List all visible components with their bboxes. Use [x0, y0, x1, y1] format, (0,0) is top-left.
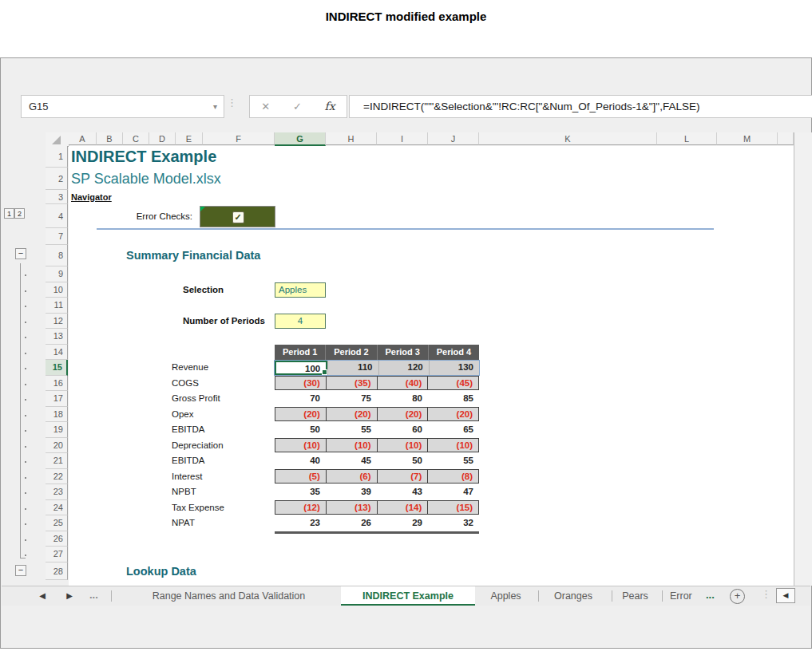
chevron-down-icon[interactable]: ▾	[213, 96, 217, 117]
cell[interactable]: 47	[428, 484, 479, 500]
row-header-16[interactable]: 16	[46, 376, 68, 392]
cell[interactable]: (10)	[427, 439, 478, 452]
outline-level-1-button[interactable]: 1	[4, 208, 14, 219]
cell[interactable]: (10)	[326, 439, 377, 452]
cell[interactable]: 110	[327, 361, 378, 376]
cell[interactable]: 85	[428, 391, 479, 407]
cell[interactable]: 23	[275, 515, 326, 531]
cancel-icon[interactable]: ✕	[261, 96, 270, 117]
row-header-28[interactable]: 28	[46, 562, 68, 580]
fill-handle[interactable]	[322, 369, 327, 375]
cell[interactable]: 35	[275, 484, 326, 500]
tab-scroll-left-icon[interactable]: ◀	[35, 586, 50, 606]
active-cell-G15[interactable]: 100	[275, 361, 327, 376]
row-header-21[interactable]: 21	[46, 453, 68, 469]
cell[interactable]: 60	[377, 422, 428, 438]
cell[interactable]: (20)	[326, 408, 377, 420]
periods-input[interactable]: 4	[275, 314, 326, 329]
cell[interactable]: 65	[428, 422, 479, 438]
cell[interactable]: 32	[428, 515, 479, 531]
row-header-14[interactable]: 14	[46, 345, 68, 361]
name-box[interactable]: G15 ▾	[21, 95, 224, 118]
cell[interactable]: (7)	[377, 470, 428, 483]
column-header-E[interactable]: E	[176, 132, 203, 145]
insert-function-icon[interactable]: fx	[325, 96, 335, 117]
cell[interactable]: 55	[326, 422, 377, 438]
more-tabs-dots[interactable]: ...	[89, 586, 98, 606]
row-header-2[interactable]: 2	[46, 168, 68, 190]
column-header-M[interactable]: M	[717, 132, 778, 145]
cell[interactable]: (15)	[427, 501, 478, 514]
cell[interactable]: (35)	[326, 377, 377, 389]
column-header-B[interactable]: B	[97, 132, 123, 145]
row-header-26[interactable]: 26	[46, 531, 68, 547]
row-header-10[interactable]: 10	[46, 282, 68, 298]
column-header-J[interactable]: J	[428, 132, 479, 145]
cell[interactable]: 39	[326, 484, 377, 500]
row-header-22[interactable]: 22	[46, 469, 68, 485]
group-collapse-button-row28[interactable]: −	[15, 565, 26, 576]
vertical-scrollbar[interactable]	[794, 132, 812, 586]
error-checks-indicator[interactable]: ✓	[200, 206, 275, 227]
row-header-19[interactable]: 19	[46, 422, 68, 438]
cell[interactable]: 130	[429, 361, 479, 376]
period-header-3[interactable]: Period 3	[378, 345, 429, 361]
row-header-9[interactable]: 9	[46, 266, 68, 282]
row-header-23[interactable]: 23	[46, 484, 68, 500]
outline-level-2-button[interactable]: 2	[14, 208, 25, 219]
cell[interactable]: 50	[275, 422, 326, 438]
cell[interactable]: 50	[377, 453, 428, 469]
cell[interactable]: 29	[377, 515, 428, 531]
worksheet-grid[interactable]: INDIRECT ExampleSP Scalable Model.xlsxNa…	[69, 146, 794, 586]
row-header-7[interactable]: 7	[46, 228, 68, 245]
cell[interactable]: (20)	[377, 408, 428, 420]
row-header-1[interactable]: 1	[46, 146, 68, 168]
sheet-tab-pears[interactable]: Pears	[610, 586, 660, 606]
row-header-4[interactable]: 4	[46, 204, 68, 228]
formula-input[interactable]: =INDIRECT("'"&Selection&"'!RC:RC["&Num_O…	[349, 95, 812, 118]
row-header-27[interactable]: 27	[46, 547, 68, 562]
row-header-3[interactable]: 3	[46, 190, 68, 204]
sheet-tab-indirect-example[interactable]: INDIRECT Example	[341, 586, 475, 606]
selection-input[interactable]: Apples	[275, 282, 326, 298]
period-header-1[interactable]: Period 1	[275, 345, 326, 361]
sheet-tab-oranges[interactable]: Oranges	[537, 586, 610, 606]
cell[interactable]: 120	[378, 361, 429, 376]
cell[interactable]: 40	[275, 453, 326, 469]
row-header-15[interactable]: 15	[46, 360, 68, 376]
sheet-tab-apples[interactable]: Apples	[475, 586, 537, 606]
row-header-20[interactable]: 20	[46, 438, 68, 454]
column-header-C[interactable]: C	[123, 132, 149, 145]
enter-icon[interactable]: ✓	[293, 96, 302, 117]
row-header-17[interactable]: 17	[46, 391, 68, 407]
cell[interactable]: (40)	[377, 377, 428, 389]
cell[interactable]: 75	[326, 391, 377, 407]
cell[interactable]: (30)	[275, 377, 326, 389]
select-all-corner[interactable]	[46, 132, 69, 147]
column-header-K[interactable]: K	[479, 132, 657, 145]
cell[interactable]: 26	[326, 515, 377, 531]
cell[interactable]: 55	[428, 453, 479, 469]
cell[interactable]: (45)	[427, 377, 478, 389]
column-header-A[interactable]: A	[69, 132, 97, 145]
cell[interactable]: 80	[377, 391, 428, 407]
cell[interactable]: (20)	[427, 408, 478, 420]
sheet-tab-range-names-and-data-validation[interactable]: Range Names and Data Validation	[117, 586, 341, 606]
row-header-11[interactable]: 11	[46, 298, 68, 314]
column-header-H[interactable]: H	[326, 132, 377, 145]
row-header-18[interactable]: 18	[46, 407, 68, 423]
cell[interactable]: 45	[326, 453, 377, 469]
tab-strip-scroll-button[interactable]: ◀	[776, 588, 795, 603]
column-header-F[interactable]: F	[203, 132, 275, 145]
group-collapse-button-row8[interactable]: −	[15, 248, 26, 259]
row-header-25[interactable]: 25	[46, 515, 68, 531]
selected-range[interactable]: 100110120130	[274, 360, 480, 377]
cell[interactable]: 70	[275, 391, 326, 407]
row-header-12[interactable]: 12	[46, 314, 68, 330]
column-header-I[interactable]: I	[377, 132, 428, 145]
cell[interactable]: (20)	[275, 408, 326, 420]
row-header-24[interactable]: 24	[46, 500, 68, 516]
cell[interactable]: (12)	[275, 501, 326, 514]
cell[interactable]: (6)	[326, 470, 377, 483]
cell[interactable]: 43	[377, 484, 428, 500]
